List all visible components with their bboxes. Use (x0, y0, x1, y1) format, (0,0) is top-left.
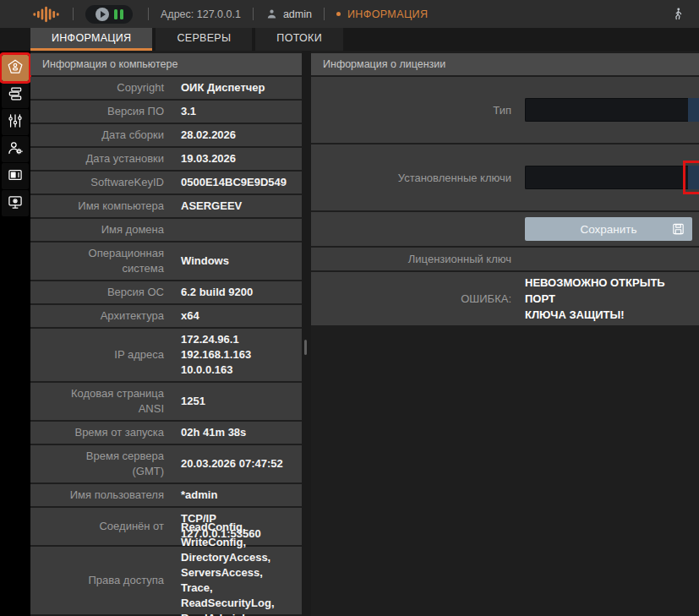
sidebar-item-security[interactable] (2, 55, 29, 81)
status-dot (336, 12, 341, 16)
monitor-icon (7, 194, 24, 214)
license-info-header: Информация о лицензии (311, 53, 699, 75)
license-key-row: Лицензионный ключ (311, 248, 699, 270)
table-row: SoftwareKeyID0500E14BC9E9D549 (30, 172, 302, 194)
address-label: Адрес: 127.0.0.1 (161, 8, 241, 20)
playback-toggle (85, 5, 133, 24)
row-label: Copyright (30, 77, 176, 99)
row-label: IP адреса (30, 344, 176, 366)
scrollbar-thumb[interactable] (304, 340, 307, 355)
table-row: Версия ОС6.2 build 9200 (30, 281, 302, 303)
row-value (176, 226, 302, 233)
current-section-label: ИНФОРМАЦИЯ (347, 8, 428, 20)
table-row: Кодовая страница ANSI1251 (30, 383, 302, 420)
sidebar-item-storage[interactable] (2, 163, 29, 189)
divider (73, 8, 74, 20)
play-button[interactable] (96, 8, 109, 21)
tab-streams[interactable]: ПОТОКИ (255, 28, 343, 51)
row-label: SoftwareKeyID (30, 172, 176, 194)
row-label: Архитектура (30, 305, 176, 327)
installed-keys-row: Установленные ключи (311, 144, 699, 210)
walking-person-icon[interactable] (670, 6, 685, 23)
tab-bar: ИНФОРМАЦИЯ СЕРВЕРЫ ПОТОКИ (0, 28, 699, 51)
row-label: Версия ОС (30, 281, 176, 303)
license-type-row: Тип (311, 77, 699, 143)
books-icon (7, 85, 24, 106)
type-label: Тип (311, 99, 525, 122)
safe-icon (7, 166, 24, 187)
error-row: ОШИБКА: НЕВОЗМОЖНО ОТКРЫТЬ ПОРТ КЛЮЧА ЗА… (311, 272, 699, 325)
row-label: Соединён от (30, 515, 176, 537)
pause-icon (114, 9, 117, 19)
row-label: Дата сборки (30, 124, 176, 146)
table-row: CopyrightОИК Диспетчер (30, 77, 302, 99)
table-row: Время сервера (GMT)20.03.2026 07:47:52 (30, 445, 302, 482)
computer-info-panel: Информация о компьютере CopyrightОИК Дис… (30, 51, 302, 616)
table-row: IP адреса172.24.96.1 192.168.1.163 10.0.… (30, 329, 302, 381)
tab-information[interactable]: ИНФОРМАЦИЯ (30, 28, 152, 51)
installed-keys-input[interactable] (525, 166, 688, 189)
save-button-label: Сохранить (580, 223, 636, 236)
row-label: Дата установки (30, 148, 176, 170)
save-button[interactable]: Сохранить (525, 217, 692, 241)
sidebar-item-users[interactable] (2, 136, 29, 162)
table-row: Имя пользователя*admin (30, 484, 302, 506)
row-label: Имя домена (30, 219, 176, 241)
app-window: Адрес: 127.0.0.1 admin ИНФОРМАЦИЯ ИНФО (0, 0, 699, 616)
table-row: Время от запуска02h 41m 38s (30, 422, 302, 444)
sidebar-item-logs[interactable] (2, 82, 29, 108)
topbar: Адрес: 127.0.0.1 admin ИНФОРМАЦИЯ (0, 0, 699, 28)
table-row: Имя компьютераASERGEEV (30, 195, 302, 217)
row-value: ASERGEEV (176, 195, 302, 217)
table-row: Права доступаReadConfig, WriteConfig, Di… (30, 547, 302, 614)
security-badge-icon (7, 58, 24, 79)
panel-gap (302, 51, 311, 616)
table-row: Дата установки19.03.2026 (30, 148, 302, 170)
row-value: 0500E14BC9E9D549 (176, 172, 302, 194)
divider (253, 8, 254, 20)
pause-button[interactable] (114, 9, 123, 19)
table-row: Версия ПО3.1 (30, 101, 302, 123)
row-label: Кодовая страница ANSI (30, 383, 176, 420)
row-value: 19.03.2026 (176, 148, 302, 170)
row-label: Версия ПО (30, 101, 176, 123)
row-value: x64 (176, 305, 302, 327)
row-value: 6.2 build 9200 (176, 281, 302, 303)
sidebar-item-settings[interactable] (2, 109, 29, 135)
license-info-panel: Информация о лицензии Тип Установле (311, 51, 699, 616)
read-key-button[interactable] (688, 166, 699, 189)
sidebar (0, 51, 30, 616)
table-row: Дата сборки28.02.2026 (30, 124, 302, 146)
row-value: ReadConfig, WriteConfig, DirectoryAccess… (176, 516, 302, 616)
row-value: 1251 (176, 390, 302, 412)
type-dropdown-button[interactable] (688, 98, 699, 122)
row-label: Права доступа (30, 570, 176, 591)
table-row: Архитектураx64 (30, 305, 302, 327)
row-label: Имя пользователя (30, 484, 176, 506)
divider (148, 8, 149, 20)
user-settings-icon (7, 139, 24, 160)
row-value: 02h 41m 38s (176, 422, 302, 444)
user-icon (265, 8, 278, 20)
sliders-icon (7, 112, 24, 133)
error-label: ОШИБКА: (311, 287, 525, 310)
table-row: Операционная системаWindows (30, 243, 302, 280)
computer-info-header: Информация о компьютере (30, 53, 302, 75)
divider (324, 8, 325, 20)
row-value: 20.03.2026 07:47:52 (176, 453, 302, 475)
installed-keys-label: Установленные ключи (311, 166, 525, 189)
license-key-label: Лицензионный ключ (311, 248, 525, 270)
row-label: Время от запуска (30, 422, 176, 444)
logo-waveform-icon (32, 5, 61, 24)
row-label: Время сервера (GMT) (30, 445, 176, 482)
pause-icon (120, 9, 123, 19)
sidebar-item-display[interactable] (2, 190, 29, 216)
row-label: Имя компьютера (30, 195, 176, 217)
save-row: Сохранить (311, 212, 699, 246)
row-value: ОИК Диспетчер (176, 77, 302, 99)
tab-servers[interactable]: СЕРВЕРЫ (156, 28, 252, 51)
error-message: НЕВОЗМОЖНО ОТКРЫТЬ ПОРТ КЛЮЧА ЗАЩИТЫ! (525, 272, 699, 325)
type-select-input[interactable] (525, 98, 688, 122)
username-label: admin (283, 8, 312, 20)
table-row: Имя домена (30, 219, 302, 241)
